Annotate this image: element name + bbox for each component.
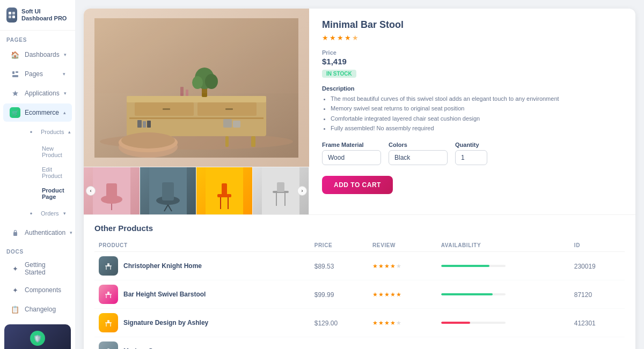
thumbnail-2[interactable] xyxy=(140,167,196,214)
sidebar-item-getting-started[interactable]: ✦ Getting Started xyxy=(3,257,72,280)
products-submenu: • Products ▴ New Product Edit Product Pr… xyxy=(0,122,75,223)
desc-item-3: Comfortable integrated layered chair sea… xyxy=(331,115,623,123)
col-review: REVIEW xyxy=(368,239,437,252)
svg-rect-65 xyxy=(107,320,109,323)
availability-bar-fill xyxy=(441,293,493,295)
thumbnail-3[interactable] xyxy=(196,167,253,214)
sidebar-label-getting-started: Getting Started xyxy=(25,261,65,276)
sidebar-item-new-product[interactable]: New Product xyxy=(35,142,72,162)
sidebar-item-product-page[interactable]: Product Page xyxy=(35,183,72,204)
product-page-label: Product Page xyxy=(42,187,65,200)
star: ★ xyxy=(372,291,378,298)
description-list: The most beautiful curves of this swivel… xyxy=(322,95,623,133)
getting-started-icon: ✦ xyxy=(10,263,20,274)
other-products-title: Other Products xyxy=(94,224,625,233)
star: ★ xyxy=(372,320,378,326)
colors-label: Colors xyxy=(389,142,448,148)
other-products-section: Other Products PRODUCT PRICE REVIEW AVAI… xyxy=(84,214,635,349)
sidebar-item-components[interactable]: ✦ Components xyxy=(3,281,72,299)
sidebar-item-pages[interactable]: Pages ▾ xyxy=(3,65,72,83)
components-icon: ✦ xyxy=(10,285,20,295)
availability-bar-fill xyxy=(441,265,489,267)
product-thumb xyxy=(99,285,118,304)
product-selectors: Frame Material Wood Metal Plastic Colors… xyxy=(322,142,623,165)
sidebar-item-changelog[interactable]: 📋 Changelog xyxy=(3,300,72,318)
thumb-prev-arrow[interactable]: ‹ xyxy=(86,186,96,196)
col-availability: AVAILABILITY xyxy=(437,239,570,252)
svg-rect-3 xyxy=(12,16,15,18)
sidebar-label-products: Products xyxy=(41,129,64,135)
star: ★ xyxy=(378,320,384,326)
svg-rect-14 xyxy=(251,136,255,147)
sidebar-item-authentication[interactable]: Authentication ▾ xyxy=(3,224,72,242)
edit-product-label: Edit Product xyxy=(42,166,65,179)
product-id: 412301 xyxy=(574,320,596,327)
product-id: 230019 xyxy=(574,263,596,270)
svg-rect-4 xyxy=(12,71,14,74)
product-thumb xyxy=(99,341,118,349)
thumb-next-arrow[interactable]: › xyxy=(297,186,307,196)
frame-material-label: Frame Material xyxy=(322,142,381,148)
star: ★ xyxy=(378,291,384,298)
product-cell: Bar Height Swivel Barstool xyxy=(99,285,306,304)
add-to-cart-button[interactable]: ADD TO CART xyxy=(322,176,393,194)
sidebar-label-orders: Orders xyxy=(41,210,59,217)
frame-material-group: Frame Material Wood Metal Plastic xyxy=(322,142,381,165)
sidebar-label-applications: Applications xyxy=(25,90,60,97)
sidebar-item-products[interactable]: • Products ▴ xyxy=(19,123,72,141)
star-empty: ★ xyxy=(396,263,401,270)
chevron-products: ▴ xyxy=(68,129,71,135)
brand-name: Soft UI Dashboard PRO xyxy=(21,8,69,22)
svg-rect-12 xyxy=(127,96,266,102)
svg-rect-57 xyxy=(107,263,109,266)
product-page-container: ‹ › Minim xyxy=(84,9,635,349)
star: ★ xyxy=(372,263,378,270)
star-3: ★ xyxy=(337,34,343,42)
desc-item-2: Memory swivel seat returns to original s… xyxy=(331,105,623,113)
price-value: $1,419 xyxy=(322,57,623,66)
svg-rect-39 xyxy=(106,183,117,199)
frame-material-select[interactable]: Wood Metal Plastic xyxy=(322,150,381,165)
product-price: $89.53 xyxy=(314,263,334,270)
thumbnail-strip: ‹ › xyxy=(84,167,309,214)
quantity-group: Quantity 1 2 3 xyxy=(455,142,487,165)
sidebar-item-applications[interactable]: Applications ▾ xyxy=(3,84,72,102)
product-price: $99.99 xyxy=(314,291,334,299)
sidebar-item-ecommerce[interactable]: 🛒 Ecommerce ▴ xyxy=(3,103,72,122)
colors-group: Colors Black White Brown xyxy=(389,142,448,165)
svg-point-35 xyxy=(121,132,175,148)
col-id: ID xyxy=(570,239,625,252)
description-label: Description xyxy=(322,85,623,92)
svg-rect-7 xyxy=(13,232,17,236)
product-stars: ★★★★★ xyxy=(372,320,433,326)
availability-bar xyxy=(441,322,506,324)
sidebar-item-dashboards[interactable]: 🏠 Dashboards ▾ xyxy=(3,46,72,64)
product-id: 87120 xyxy=(574,291,592,299)
sidebar-item-edit-product[interactable]: Edit Product xyxy=(35,162,72,183)
product-rating: ★ ★ ★ ★ ★ xyxy=(322,34,623,42)
product-thumb xyxy=(99,256,118,276)
svg-rect-16 xyxy=(225,136,229,147)
price-label: Price xyxy=(322,49,623,56)
products-icon: • xyxy=(26,127,36,137)
svg-rect-22 xyxy=(137,120,142,128)
svg-rect-5 xyxy=(16,71,18,73)
star-2: ★ xyxy=(330,34,336,42)
colors-select[interactable]: Black White Brown xyxy=(389,150,448,165)
brand-icon xyxy=(6,8,17,23)
product-price: $129.00 xyxy=(314,320,338,327)
availability-bar-bg xyxy=(441,265,506,267)
sidebar-label-components: Components xyxy=(25,286,65,294)
sidebar-item-orders[interactable]: • Orders ▾ xyxy=(19,204,72,222)
chevron-auth: ▾ xyxy=(70,230,72,235)
svg-rect-36 xyxy=(94,18,298,93)
sidebar-label-dashboards: Dashboards xyxy=(25,51,60,58)
help-box: 🛡️ Need help? Please check our docs DOCU… xyxy=(4,324,71,349)
product-cell: Modern Square xyxy=(99,341,306,349)
sidebar: Soft UI Dashboard PRO PAGES 🏠 Dashboards… xyxy=(0,0,75,349)
star: ★ xyxy=(390,263,396,270)
sidebar-label-changelog: Changelog xyxy=(25,306,65,313)
product-top-section: ‹ › Minim xyxy=(84,9,635,214)
quantity-select[interactable]: 1 2 3 xyxy=(455,150,487,165)
chevron-pages: ▾ xyxy=(63,71,65,77)
